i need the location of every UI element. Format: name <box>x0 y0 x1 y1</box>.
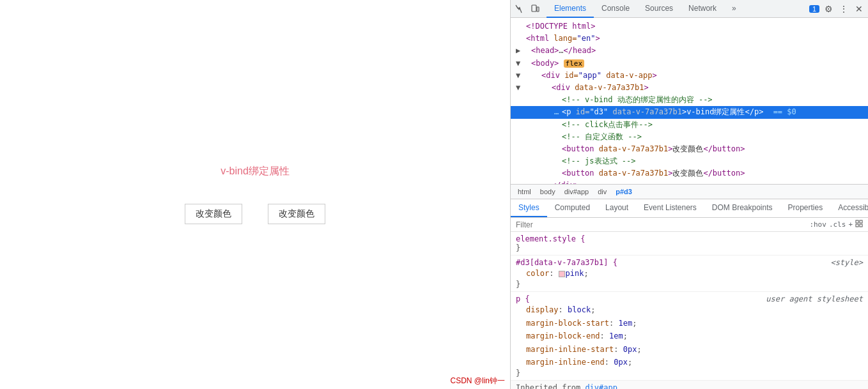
breadcrumb-div[interactable]: div <box>596 187 608 196</box>
close-devtools-icon[interactable]: ✕ <box>853 3 865 15</box>
breadcrumb-div-app[interactable]: div#app <box>562 187 591 196</box>
style-prop-margin-block-start[interactable]: margin-block-start: 1em; <box>516 317 863 330</box>
svg-rect-1 <box>537 7 539 11</box>
dom-tree: <!DOCTYPE html> <html lang="en"> ▶ <head… <box>511 18 868 184</box>
watermark: CSDN @lin钟一 <box>450 376 505 386</box>
styles-panel: :hov .cls + element.style { } <box>511 218 868 389</box>
style-origin-ua: user agent stylesheet <box>766 294 863 303</box>
style-block-p: p { user agent stylesheet display: block… <box>511 292 868 381</box>
style-close-brace: } <box>516 243 863 252</box>
inspect-icon[interactable] <box>513 3 526 15</box>
style-prop-color[interactable]: color: pink; <box>516 267 863 280</box>
style-block-element: element.style { } <box>511 232 868 256</box>
style-prop-margin-inline-start[interactable]: margin-inline-start: 0px; <box>516 343 863 356</box>
tab-styles[interactable]: Styles <box>511 199 547 217</box>
change-color-button-1[interactable]: 改变颜色 <box>185 204 242 224</box>
p-close-brace: } <box>516 369 863 378</box>
tab-layout[interactable]: Layout <box>598 199 636 217</box>
dom-line-doctype[interactable]: <!DOCTYPE html> <box>511 20 868 33</box>
dom-line-body[interactable]: ▼ <body> flex <box>511 57 868 70</box>
breadcrumb-html[interactable]: html <box>516 187 533 196</box>
tab-network[interactable]: Network <box>681 0 724 18</box>
device-toolbar-icon[interactable] <box>529 3 541 15</box>
style-prop-display[interactable]: display: block; <box>516 303 863 316</box>
style-prop-margin-inline-end[interactable]: margin-inline-end: 0px; <box>516 356 863 369</box>
svg-rect-4 <box>856 224 858 227</box>
selector-element-style[interactable]: element.style { <box>516 234 585 243</box>
breadcrumb-p-d3[interactable]: p#d3 <box>614 187 634 196</box>
filter-expand-icon[interactable] <box>855 220 863 229</box>
tab-elements[interactable]: Elements <box>546 0 594 18</box>
tab-accessibility[interactable]: Accessibility <box>830 199 868 217</box>
panel-tabs: Styles Computed Layout Event Listeners D… <box>511 199 868 218</box>
dom-line-head[interactable]: ▶ <head>…</head> <box>511 45 868 57</box>
inherited-header: Inherited from div#app <box>511 381 868 389</box>
color-swatch-pink[interactable] <box>559 271 565 277</box>
dom-line-button2[interactable]: <button data-v-7a7a37b1>改变颜色</button> <box>511 167 868 179</box>
dom-line-comment-js[interactable]: <!-- js表达式 --> <box>511 155 868 167</box>
dom-line-div-scope[interactable]: ▼ <div data-v-7a7a37b1> <box>511 82 868 94</box>
filter-input[interactable] <box>516 220 807 229</box>
dom-line-button1[interactable]: <button data-v-7a7a37b1>改变颜色</button> <box>511 143 868 155</box>
settings-icon[interactable]: ⚙ <box>822 3 835 15</box>
filter-hov[interactable]: :hov <box>809 220 826 229</box>
breadcrumb: html body div#app div p#d3 <box>511 184 868 199</box>
devtools-topbar-right: 1 ⚙ ⋮ ✕ <box>809 3 865 15</box>
preview-buttons: 改变颜色 改变颜色 <box>185 204 325 224</box>
style-origin-d3: <style> <box>830 258 863 267</box>
svg-rect-2 <box>856 220 858 223</box>
devtools-topbar: Elements Console Sources Network » 1 ⚙ ⋮… <box>511 0 868 18</box>
dom-line-p-d3[interactable]: … <p id="d3" data-v-7a7a37b1>v-bind绑定属性<… <box>511 106 868 118</box>
webpage-preview: v-bind绑定属性 改变颜色 改变颜色 CSDN @lin钟一 <box>0 0 510 389</box>
kebab-menu-icon[interactable]: ⋮ <box>837 3 850 15</box>
tab-more[interactable]: » <box>724 0 744 18</box>
dom-line-close-div[interactable]: </div> <box>511 179 868 184</box>
filter-bar: :hov .cls + <box>511 218 868 232</box>
devtools-main-tabs: Elements Console Sources Network » <box>546 0 809 18</box>
tab-sources[interactable]: Sources <box>637 0 681 18</box>
tab-dom-breakpoints[interactable]: DOM Breakpoints <box>704 199 780 217</box>
tab-computed[interactable]: Computed <box>547 199 598 217</box>
issue-badge: 1 <box>809 5 819 13</box>
tab-properties[interactable]: Properties <box>780 199 831 217</box>
preview-text: v-bind绑定属性 <box>221 165 290 178</box>
filter-plus[interactable]: + <box>848 220 853 229</box>
svg-rect-3 <box>860 220 862 223</box>
style-block-d3: #d3[data-v-7a7a37b1] { <style> color: pi… <box>511 256 868 292</box>
filter-controls: :hov .cls + <box>809 220 863 229</box>
dom-line-div-app[interactable]: ▼ <div id="app" data-v-app> <box>511 70 868 82</box>
tab-event-listeners[interactable]: Event Listeners <box>636 199 704 217</box>
change-color-button-2[interactable]: 改变颜色 <box>268 204 325 224</box>
dom-line-comment-vbind[interactable]: <!-- v-bind 动态的绑定属性的内容 --> <box>511 94 868 106</box>
svg-rect-0 <box>532 5 536 11</box>
inherited-link[interactable]: div#app <box>585 383 617 389</box>
dom-line-html[interactable]: <html lang="en"> <box>511 33 868 45</box>
selector-d3[interactable]: #d3[data-v-7a7a37b1] { <box>516 258 617 267</box>
dom-line-comment-custom[interactable]: <!-- 自定义函数 --> <box>511 131 868 143</box>
dom-line-comment-click[interactable]: <!-- click点击事件--> <box>511 119 868 131</box>
filter-cls[interactable]: .cls <box>829 220 846 229</box>
style-prop-margin-block-end[interactable]: margin-block-end: 1em; <box>516 330 863 342</box>
svg-rect-5 <box>860 224 862 227</box>
selector-p[interactable]: p { <box>516 294 530 303</box>
devtools-panel: Elements Console Sources Network » 1 ⚙ ⋮… <box>510 0 868 389</box>
d3-close-brace: } <box>516 280 863 289</box>
devtools-toolbar-icons <box>513 3 541 15</box>
breadcrumb-body[interactable]: body <box>538 187 557 196</box>
tab-console[interactable]: Console <box>594 0 637 18</box>
